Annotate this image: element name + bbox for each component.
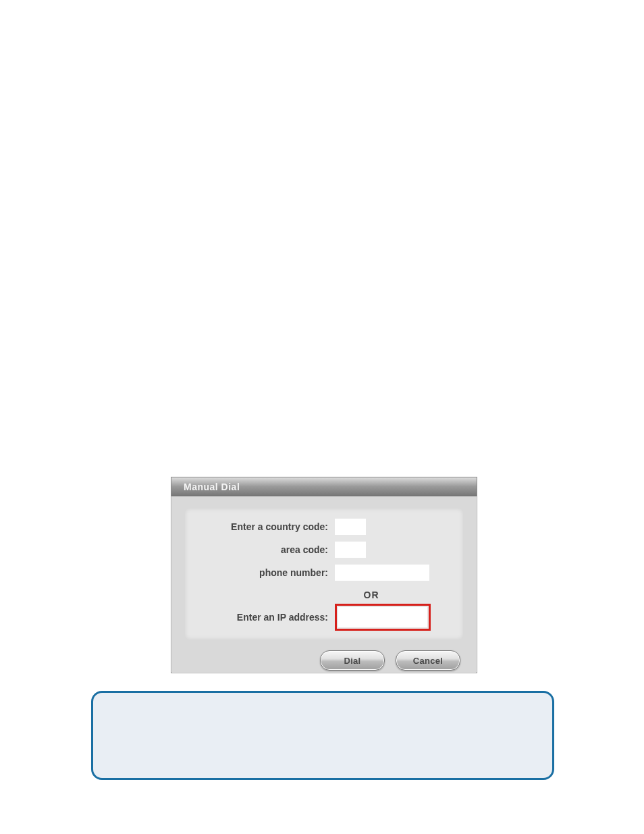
input-country-code[interactable]	[335, 519, 366, 535]
label-area-code: area code:	[200, 544, 335, 555]
input-area-code[interactable]	[335, 542, 366, 558]
label-or: OR	[294, 590, 448, 600]
info-callout-box	[91, 691, 554, 780]
ip-highlight-box	[335, 604, 431, 631]
dialog-inner-panel: Enter a country code: area code: phone n…	[185, 509, 463, 640]
row-country-code: Enter a country code:	[200, 518, 448, 536]
dialog-button-row: Dial Cancel	[185, 650, 463, 671]
label-ip-address: Enter an IP address:	[200, 612, 335, 623]
dialog-body: Enter a country code: area code: phone n…	[171, 496, 477, 673]
input-ip-address[interactable]	[338, 607, 427, 627]
dialog-title: Manual Dial	[184, 481, 240, 492]
page-root: Manual Dial Enter a country code: area c…	[0, 0, 644, 834]
row-ip-address: Enter an IP address:	[200, 606, 448, 629]
dial-button[interactable]: Dial	[320, 650, 385, 671]
label-phone-number: phone number:	[200, 567, 335, 578]
cancel-button[interactable]: Cancel	[396, 650, 460, 671]
manual-dial-dialog: Manual Dial Enter a country code: area c…	[171, 477, 477, 673]
row-phone-number: phone number:	[200, 564, 448, 581]
label-country-code: Enter a country code:	[200, 521, 335, 532]
input-phone-number[interactable]	[335, 565, 429, 581]
dialog-titlebar: Manual Dial	[171, 477, 477, 496]
row-area-code: area code:	[200, 541, 448, 558]
